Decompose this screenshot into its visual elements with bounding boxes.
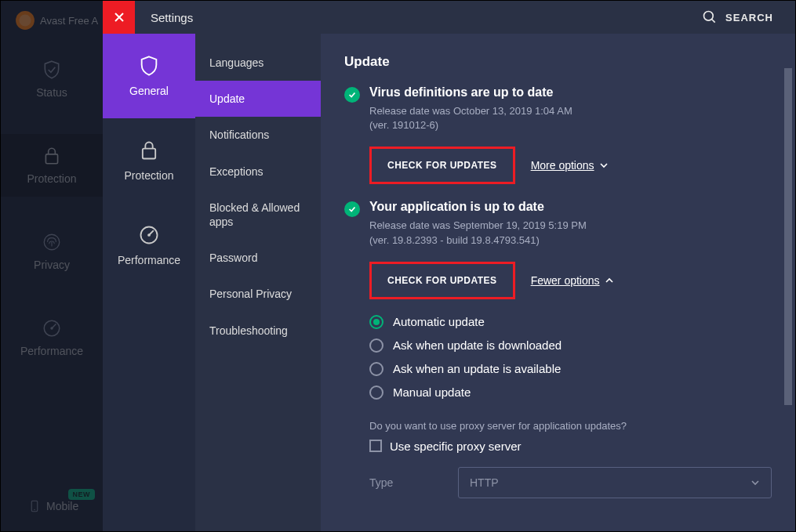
radio-manual-update[interactable]: Manual update (369, 385, 772, 400)
nav-protection-label: Protection (27, 172, 76, 185)
update-page: Update Virus definitions are up to date … (321, 34, 795, 531)
nav-status-label: Status (36, 86, 67, 99)
check-updates-virus-button[interactable]: CHECK FOR UPDATES (369, 147, 515, 184)
subitem-personal-privacy[interactable]: Personal Privacy (195, 276, 321, 312)
proxy-type-row: Type HTTP (369, 467, 772, 498)
gauge-icon (138, 224, 160, 246)
app-update-title: Your application is up to date (369, 200, 614, 214)
app-version: (ver. 19.8.2393 - build 19.8.4793.541) (369, 233, 614, 248)
radio-label: Ask when an update is available (393, 362, 561, 375)
app-fewer-options-label: Fewer options (531, 274, 600, 287)
nav-privacy-label: Privacy (34, 259, 70, 271)
search-button[interactable]: SEARCH (702, 9, 773, 25)
app-update-mode-radios: Automatic update Ask when update is down… (369, 315, 772, 400)
close-button[interactable] (103, 1, 135, 34)
virus-defs-release: Release date was October 13, 2019 1:04 A… (369, 104, 609, 118)
chevron-down-icon (751, 478, 760, 487)
avast-logo-icon (15, 10, 35, 31)
tab-protection[interactable]: Protection (103, 118, 195, 203)
tab-performance-label: Performance (118, 254, 180, 266)
nav-status[interactable]: Status (1, 48, 103, 110)
nav-privacy[interactable]: Privacy (1, 220, 103, 283)
subitem-update[interactable]: Update (195, 81, 321, 117)
tab-protection-label: Protection (124, 169, 173, 182)
virus-more-options-link[interactable]: More options (531, 159, 609, 172)
chevron-up-icon (605, 276, 614, 285)
radio-icon (369, 315, 383, 329)
fingerprint-icon (42, 232, 62, 252)
app-title: Avast Free A (40, 15, 98, 27)
proxy-checkbox-label: Use specific proxy server (390, 440, 522, 453)
shield-icon (138, 55, 160, 77)
app-fewer-options-link[interactable]: Fewer options (531, 274, 614, 287)
search-icon (702, 9, 718, 25)
gauge-icon (42, 318, 62, 338)
header-title: Settings (151, 11, 193, 24)
radio-icon (369, 385, 383, 400)
scrollbar-track[interactable] (783, 34, 794, 531)
nav-performance-label: Performance (20, 345, 83, 357)
virus-definitions-section: Virus definitions are up to date Release… (344, 85, 772, 184)
application-section: Your application is up to date Release d… (344, 200, 772, 299)
nav-performance[interactable]: Performance (1, 306, 103, 369)
virus-defs-title: Virus definitions are up to date (369, 85, 609, 100)
nav-mobile-label: Mobile (46, 500, 78, 512)
close-icon (113, 11, 125, 24)
radio-icon (369, 362, 383, 376)
lock-icon (138, 139, 160, 161)
proxy-question: Do you want to use proxy server for appl… (369, 420, 772, 432)
checkbox-icon (369, 440, 382, 452)
settings-header: Settings SEARCH (103, 1, 795, 34)
svg-rect-9 (143, 149, 155, 159)
virus-defs-version: (ver. 191012-6) (369, 118, 609, 132)
subitem-exceptions[interactable]: Exceptions (195, 154, 321, 190)
app-logo: Avast Free A (15, 10, 98, 31)
proxy-type-label: Type (369, 476, 411, 489)
app-sidebar: Avast Free A Status Protection Privacy P… (1, 1, 103, 531)
check-updates-app-button[interactable]: CHECK FOR UPDATES (369, 262, 515, 299)
virus-more-options-label: More options (531, 159, 594, 172)
proxy-type-value: HTTP (470, 476, 499, 489)
radio-ask-available[interactable]: Ask when an update is available (369, 362, 772, 376)
radio-label: Ask when update is downloaded (393, 338, 562, 352)
lock-icon (42, 146, 62, 166)
shield-check-icon (42, 60, 62, 80)
app-release: Release date was September 19, 2019 5:19… (369, 219, 614, 233)
tab-general[interactable]: General (103, 34, 195, 118)
svg-point-5 (50, 327, 53, 329)
radio-label: Automatic update (393, 315, 485, 328)
check-icon (347, 90, 357, 100)
tab-general-label: General (129, 85, 169, 97)
radio-icon (369, 338, 383, 353)
subitem-languages[interactable]: Languages (195, 45, 321, 81)
status-ok-badge (344, 201, 360, 217)
svg-point-8 (704, 12, 714, 21)
page-heading: Update (344, 54, 772, 70)
svg-point-11 (147, 233, 151, 237)
svg-point-7 (34, 509, 35, 511)
tab-performance[interactable]: Performance (103, 203, 195, 288)
scrollbar-thumb[interactable] (784, 68, 792, 405)
search-label: SEARCH (725, 12, 773, 24)
settings-tabs: General Protection Performance (103, 34, 195, 531)
subitem-password[interactable]: Password (195, 240, 321, 276)
status-ok-badge (344, 87, 360, 103)
chevron-down-icon (599, 161, 609, 170)
subitem-notifications[interactable]: Notifications (195, 117, 321, 153)
nav-protection[interactable]: Protection (1, 134, 103, 197)
subitem-blocked-allowed[interactable]: Blocked & Allowed apps (195, 190, 321, 240)
svg-rect-2 (45, 154, 57, 164)
settings-sublist: Languages Update Notifications Exception… (195, 34, 321, 531)
subitem-troubleshooting[interactable]: Troubleshooting (195, 313, 321, 349)
check-icon (347, 204, 357, 214)
proxy-checkbox[interactable]: Use specific proxy server (369, 440, 772, 453)
proxy-type-select[interactable]: HTTP (458, 467, 772, 498)
radio-ask-downloaded[interactable]: Ask when update is downloaded (369, 338, 772, 353)
svg-point-1 (19, 14, 31, 26)
radio-automatic-update[interactable]: Automatic update (369, 315, 772, 329)
nav-mobile[interactable]: Mobile (1, 490, 103, 522)
radio-label: Manual update (393, 385, 471, 399)
mobile-icon (27, 499, 42, 513)
